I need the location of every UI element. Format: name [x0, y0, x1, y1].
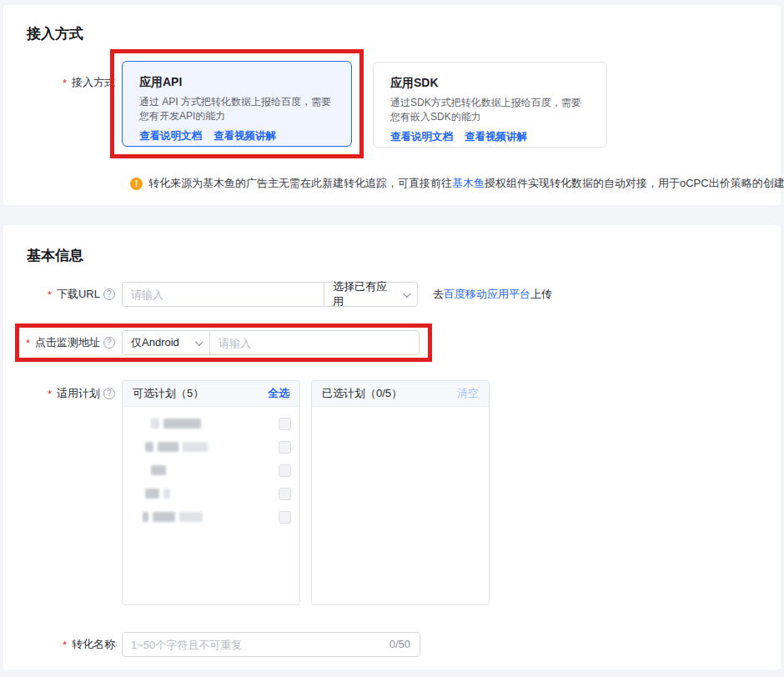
plan-checkbox[interactable] — [279, 511, 291, 524]
plan-checkbox[interactable] — [279, 441, 291, 454]
access-method-field: 接入方式 应用API 通过 API 方式把转化数据上报给百度，需要您有开发API… — [27, 61, 757, 148]
required-asterisk — [26, 337, 32, 349]
required-asterisk — [48, 388, 53, 400]
annotation-box-click-monitor: 点击监测地址 仅Android — [15, 323, 432, 362]
required-asterisk — [63, 639, 68, 651]
section-gap — [0, 205, 784, 225]
notice-text: 转化来源为基木鱼的广告主无需在此新建转化追踪，可直接前往基木鱼授权组件实现转化数… — [148, 176, 784, 191]
card-description: 通过SDK方式把转化数据上报给百度，需要您有嵌入SDK的能力 — [390, 96, 590, 124]
card-title: 应用SDK — [390, 74, 590, 91]
plan-checkbox[interactable] — [279, 488, 291, 500]
jimuyu-link[interactable]: 基木鱼 — [452, 177, 485, 189]
applicable-plans-field: 适用计划 可选计划（5） 全选 — [27, 380, 757, 605]
plan-checkbox[interactable] — [279, 464, 291, 477]
conversion-name-input[interactable] — [122, 632, 420, 657]
available-plans-title: 可选计划（5） — [133, 386, 204, 401]
warning-icon — [130, 178, 143, 190]
chevron-down-icon — [195, 338, 204, 346]
select-existing-app-dropdown[interactable]: 选择已有应用 — [324, 282, 418, 307]
plan-list-item — [123, 435, 299, 459]
help-icon[interactable] — [103, 337, 115, 349]
basic-info-section: 基本信息 下载URL 选择已有应用 去百度移动应用平台上传 点击监测地址 — [3, 225, 781, 669]
jimuyu-notice: 转化来源为基木鱼的广告主无需在此新建转化追踪，可直接前往基木鱼授权组件实现转化数… — [130, 176, 757, 191]
view-docs-link[interactable]: 查看说明文档 — [139, 129, 202, 143]
redacted-plan-name — [123, 419, 201, 429]
selected-plans-title: 已选计划（0/5） — [322, 386, 402, 401]
redacted-plan-name — [123, 465, 166, 475]
help-icon[interactable] — [103, 288, 115, 300]
view-video-link[interactable]: 查看视频讲解 — [465, 130, 527, 144]
plan-checkbox[interactable] — [279, 418, 291, 430]
access-method-label: 接入方式 — [27, 75, 115, 90]
redacted-plan-name — [123, 442, 208, 452]
redacted-plan-name — [123, 512, 203, 522]
click-monitor-input[interactable] — [209, 330, 420, 355]
method-cards: 应用API 通过 API 方式把转化数据上报给百度，需要您有开发API的能力 查… — [122, 61, 607, 148]
download-url-label: 下载URL — [27, 287, 115, 302]
access-section-title: 接入方式 — [27, 25, 757, 43]
required-asterisk — [63, 77, 68, 89]
available-plans-list — [123, 407, 299, 604]
available-plans-panel: 可选计划（5） 全选 — [122, 380, 300, 605]
applicable-plans-label: 适用计划 — [27, 386, 115, 401]
basic-section-title: 基本信息 — [27, 247, 757, 265]
view-video-link[interactable]: 查看视频讲解 — [214, 129, 276, 143]
selected-plans-list — [312, 407, 489, 604]
access-method-section: 接入方式 接入方式 应用API 通过 API 方式把转化数据上报给百度，需要您有… — [3, 5, 781, 205]
selected-plans-panel: 已选计划（0/5） 清空 — [311, 380, 490, 605]
upload-hint: 去百度移动应用平台上传 — [433, 287, 552, 302]
card-app-api[interactable]: 应用API 通过 API 方式把转化数据上报给百度，需要您有开发API的能力 查… — [122, 61, 352, 147]
help-icon[interactable] — [103, 388, 115, 399]
card-description: 通过 API 方式把转化数据上报给百度，需要您有开发API的能力 — [139, 95, 334, 123]
click-monitor-field: 点击监测地址 仅Android — [27, 330, 420, 355]
plan-list-item — [123, 482, 299, 505]
conversion-name-field: 转化名称 0/50 — [27, 632, 757, 657]
select-all-link[interactable]: 全选 — [268, 386, 289, 401]
clear-link[interactable]: 清空 — [457, 386, 479, 401]
download-url-input[interactable] — [122, 282, 324, 307]
plan-list-item — [123, 459, 299, 482]
redacted-plan-name — [123, 489, 170, 499]
card-title: 应用API — [139, 73, 334, 90]
annotation-box-api-card: 应用API 通过 API 方式把转化数据上报给百度，需要您有开发API的能力 查… — [110, 49, 364, 158]
plan-list-item — [123, 412, 299, 435]
click-monitor-label: 点击监测地址 — [27, 335, 115, 350]
card-app-sdk[interactable]: 应用SDK 通过SDK方式把转化数据上报给百度，需要您有嵌入SDK的能力 查看说… — [373, 62, 607, 148]
download-url-field: 下载URL 选择已有应用 去百度移动应用平台上传 — [27, 282, 757, 307]
conversion-name-label: 转化名称 — [27, 637, 115, 652]
required-asterisk — [48, 288, 53, 301]
os-type-dropdown[interactable]: 仅Android — [122, 330, 210, 355]
plan-list-item — [123, 505, 299, 529]
view-docs-link[interactable]: 查看说明文档 — [390, 130, 453, 144]
chevron-down-icon — [403, 289, 411, 298]
baidu-mobile-platform-link[interactable]: 百度移动应用平台 — [444, 288, 530, 300]
